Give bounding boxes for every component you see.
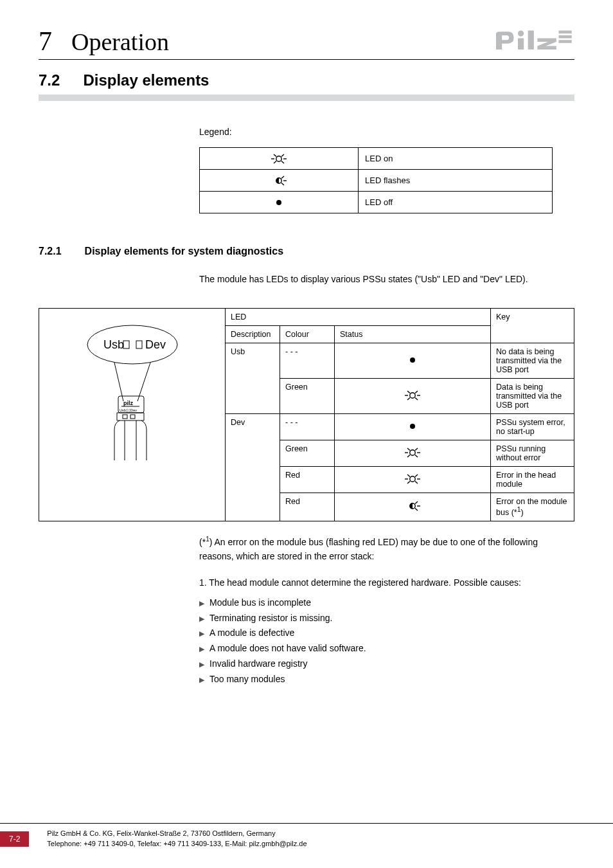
list-item: ▶A module does not have valid software. (199, 641, 553, 656)
cell-desc: Dev (226, 414, 280, 521)
list-item: ▶Terminating resistor is missing. (199, 611, 553, 626)
page-number-badge: 7-2 (0, 831, 29, 847)
th-key: Key (491, 309, 574, 343)
led-off-icon (269, 196, 289, 209)
legend-icon-cell (200, 192, 359, 213)
cell-key: PSSu running without error (491, 440, 574, 467)
module-diagram-cell: Usb Dev pilz Usb▯ ▯Dev (39, 309, 226, 521)
legend-icon-cell (200, 148, 359, 170)
cell-key-html: Error on the module bus (*1) (491, 493, 574, 521)
cell-status (335, 493, 491, 521)
svg-rect-27 (123, 415, 127, 419)
svg-rect-17 (558, 40, 571, 43)
svg-rect-15 (558, 31, 571, 34)
footer-address: Pilz GmbH & Co. KG, Felix-Wankel-Straße … (47, 829, 306, 849)
led-flash-icon (403, 500, 422, 512)
cell-status (335, 343, 491, 379)
led-on-icon (269, 152, 289, 165)
th-colour: Colour (280, 326, 335, 343)
chapter-number: 7 (39, 26, 52, 57)
led-on-icon (403, 473, 422, 485)
legend-row: LED on (200, 148, 553, 170)
cell-status (335, 440, 491, 467)
bullet-arrow-icon: ▶ (199, 626, 204, 641)
footer-line2: Telephone: +49 711 3409-0, Telefax: +49 … (47, 839, 306, 849)
svg-rect-16 (558, 35, 571, 39)
list-item: ▶Invalid hardware registry (199, 656, 553, 672)
svg-text:pilz: pilz (123, 400, 133, 406)
cell-colour: - - - (280, 343, 335, 379)
cell-colour: Green (280, 379, 335, 414)
svg-line-22 (138, 363, 150, 401)
legend-table: LED on LED flashes LED off (199, 147, 553, 213)
cell-colour: - - - (280, 414, 335, 440)
cell-status (335, 414, 491, 440)
list-item-text: Module bus is incomplete (209, 595, 311, 611)
page-footer: 7-2 Pilz GmbH & Co. KG, Felix-Wankel-Str… (0, 823, 613, 849)
bullet-arrow-icon: ▶ (199, 611, 204, 626)
list-item: ▶Too many modules (199, 672, 553, 687)
cell-status (335, 467, 491, 493)
svg-rect-13 (518, 38, 524, 49)
th-description: Description (226, 326, 280, 343)
section-title: Display elements (83, 71, 209, 89)
list-item-text: Invalid hardware registry (209, 656, 308, 672)
svg-point-12 (518, 31, 524, 37)
list-item-text: A module does not have valid software. (209, 641, 366, 656)
footer-line1: Pilz GmbH & Co. KG, Felix-Wankel-Straße … (47, 829, 306, 838)
diagram-dev-label: Dev (145, 338, 166, 351)
legend-text: LED on (359, 148, 553, 170)
led-off-icon (403, 354, 422, 366)
th-led: LED (226, 309, 491, 326)
legend-text: LED off (359, 192, 553, 213)
svg-rect-19 (123, 341, 129, 348)
cell-desc: Usb (226, 343, 280, 414)
subsection-intro: The module has LEDs to display various P… (199, 273, 553, 286)
list-item: ▶A module is defective (199, 626, 553, 641)
list-item-text: Terminating resistor is missing. (209, 611, 332, 626)
list-item: ▶Module bus is incomplete (199, 595, 553, 611)
svg-line-21 (114, 363, 123, 401)
section-number: 7.2 (39, 71, 60, 89)
section-rule (39, 95, 574, 101)
bullet-arrow-icon: ▶ (199, 641, 204, 656)
footnote-body: An error on the module bus (flashing red… (199, 537, 538, 561)
list-item-text: A module is defective (209, 626, 294, 641)
legend-row: LED flashes (200, 170, 553, 192)
cell-colour: Green (280, 440, 335, 467)
cell-colour: Red (280, 467, 335, 493)
led-status-table: Usb Dev pilz Usb▯ ▯Dev (39, 308, 574, 521)
legend-text: LED flashes (359, 170, 553, 192)
list-item-text: Too many modules (209, 672, 285, 687)
subsection-number: 7.2.1 (39, 246, 62, 257)
svg-rect-14 (528, 31, 534, 50)
module-diagram: Usb Dev pilz Usb▯ ▯Dev (68, 312, 197, 473)
diagram-usb-label: Usb (103, 338, 124, 351)
legend-icon-cell (200, 170, 359, 192)
led-off-icon (403, 420, 422, 433)
legend-label: Legend: (199, 127, 553, 137)
cell-status (335, 379, 491, 414)
cell-colour: Red (280, 493, 335, 521)
bullet-arrow-icon: ▶ (199, 595, 204, 611)
cell-key: PSSu system error, no start-up (491, 414, 574, 440)
chapter-title: Operation (71, 28, 169, 56)
th-status: Status (335, 326, 491, 343)
cell-key: No data is being transmitted via the USB… (491, 343, 574, 379)
subsection-title: Display elements for system diagnostics (85, 246, 283, 257)
cell-key: Error in the head module (491, 467, 574, 493)
led-on-icon (403, 389, 422, 402)
legend-row: LED off (200, 192, 553, 213)
cell-key: Data is being transmitted via the USB po… (491, 379, 574, 414)
pilz-logo (491, 27, 574, 57)
section-heading: 7.2 Display elements (39, 71, 574, 89)
footnote-text: (*1) An error on the module bus (flashin… (199, 534, 553, 563)
led-on-icon (403, 446, 422, 459)
led-flash-icon (269, 174, 289, 187)
bullet-arrow-icon: ▶ (199, 672, 204, 687)
subsection-heading: 7.2.1 Display elements for system diagno… (39, 246, 574, 257)
svg-rect-28 (130, 415, 135, 419)
causes-list: ▶Module bus is incomplete ▶Terminating r… (199, 595, 553, 687)
bullet-arrow-icon: ▶ (199, 656, 204, 672)
svg-rect-20 (136, 341, 142, 348)
